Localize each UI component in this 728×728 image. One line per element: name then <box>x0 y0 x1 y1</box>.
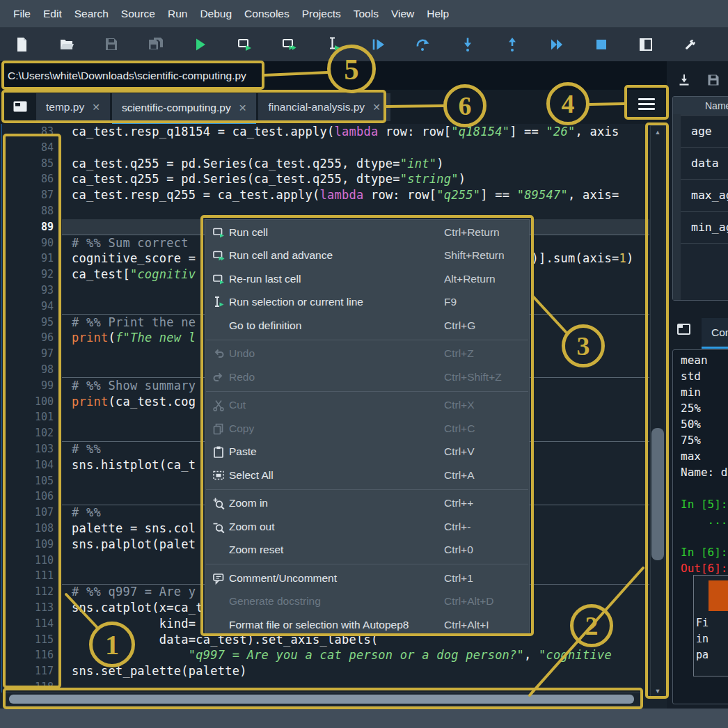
variable-explorer: Name agedatamax_agemin_age <box>672 96 728 301</box>
menu-run[interactable]: Run <box>161 0 193 28</box>
open-file-button[interactable] <box>45 29 89 60</box>
menu-item-redo[interactable]: RedoCtrl+Shift+Z <box>205 365 529 389</box>
menu-edit[interactable]: Edit <box>37 0 68 28</box>
run-file-button[interactable] <box>178 29 223 60</box>
line-number: 84 <box>2 140 54 156</box>
step-over-button[interactable] <box>401 29 445 60</box>
menu-item-generate-docstring[interactable]: Generate docstringCtrl+Alt+D <box>205 590 529 614</box>
horizontal-scrollbar-thumb[interactable] <box>9 695 634 704</box>
browse-tabs-button[interactable] <box>8 95 32 118</box>
zoom-out-icon <box>209 519 228 535</box>
continue-execution-button[interactable] <box>535 29 579 60</box>
preferences-button[interactable] <box>668 29 713 60</box>
editor-options-button[interactable] <box>628 89 665 118</box>
tab-financial-analysis.py[interactable]: financial-analysis.py✕ <box>258 93 390 121</box>
menu-item-label: Redo <box>229 371 255 383</box>
line-number: 89 <box>2 219 54 235</box>
code-token: sns.palplot(palet <box>72 537 196 551</box>
tab-close-icon[interactable]: ✕ <box>239 102 247 113</box>
variable-table-header[interactable]: Name <box>673 97 728 116</box>
menu-item-shortcut: Ctrl+Shift+Z <box>444 371 502 383</box>
console-line: 50% <box>681 416 728 432</box>
menu-separator <box>205 487 529 492</box>
code-token: "int" <box>400 157 436 171</box>
no-icon <box>209 542 228 557</box>
console-tab[interactable]: Con <box>702 318 728 349</box>
menu-item-copy[interactable]: CopyCtrl+C <box>205 417 529 441</box>
copy-icon <box>209 421 228 436</box>
new-file-button[interactable] <box>0 29 45 60</box>
menu-file[interactable]: File <box>7 0 37 28</box>
menu-item-label: Run cell and advance <box>229 249 333 262</box>
open-file-icon <box>58 36 75 53</box>
save-data-button[interactable] <box>699 73 728 87</box>
path-bar[interactable]: C:\Users\white\Downloads\scientific-comp… <box>0 61 667 90</box>
save-all-button[interactable] <box>134 29 178 60</box>
rerun-cell-icon <box>209 271 228 287</box>
editor-tabs: temp.py✕scientific-computing.py✕financia… <box>36 93 393 124</box>
menu-tools[interactable]: Tools <box>347 0 385 28</box>
debug-file-button[interactable] <box>356 29 401 60</box>
menu-item-run-cell[interactable]: Run cellCtrl+Return <box>205 221 529 244</box>
menu-item-comment-uncomment[interactable]: Comment/UncommentCtrl+1 <box>205 567 529 590</box>
run-cell-button[interactable] <box>223 29 267 60</box>
palette-plot-thumbnail <box>709 580 728 611</box>
run-cell-and-advance-button[interactable] <box>267 29 312 60</box>
console-pane-button[interactable] <box>676 322 692 339</box>
menu-item-run-selection-or-current-line[interactable]: Run selection or current lineF9 <box>205 291 529 315</box>
menu-view[interactable]: View <box>385 0 420 28</box>
menu-source[interactable]: Source <box>115 0 161 28</box>
step-into-button[interactable] <box>445 29 490 60</box>
code-token: cognitive_score = <box>72 251 203 265</box>
menu-item-go-to-definition[interactable]: Go to definitionCtrl+G <box>205 314 529 338</box>
run-selection-button[interactable] <box>312 29 356 60</box>
menu-item-paste[interactable]: PasteCtrl+V <box>205 441 529 464</box>
vertical-scrollbar-thumb[interactable] <box>651 428 664 560</box>
figure-caption-line: in <box>696 633 728 645</box>
line-number: 104 <box>2 457 54 473</box>
variable-row-age[interactable]: age <box>673 116 728 148</box>
code-token: # %% Print the ne <box>72 315 196 329</box>
line-number: 109 <box>2 537 54 553</box>
menu-item-zoom-reset[interactable]: Zoom resetCtrl+0 <box>205 539 529 562</box>
variable-row-min_age[interactable]: min_age <box>673 212 728 244</box>
code-token: ) <box>626 251 634 265</box>
vertical-scrollbar[interactable] <box>650 125 665 697</box>
menu-item-select-all[interactable]: Select AllCtrl+A <box>205 464 529 487</box>
menu-item-zoom-in[interactable]: Zoom inCtrl++ <box>205 492 529 516</box>
console-line: 75% <box>681 432 728 448</box>
menu-help[interactable]: Help <box>420 0 455 28</box>
step-out-button[interactable] <box>490 29 535 60</box>
tab-temp.py[interactable]: temp.py✕ <box>36 93 110 121</box>
line-number: 108 <box>2 521 54 537</box>
menu-item-undo[interactable]: UndoCtrl+Z <box>205 342 529 366</box>
save-button[interactable] <box>89 29 134 60</box>
menu-projects[interactable]: Projects <box>296 0 347 28</box>
line-number: 86 <box>2 171 54 187</box>
menu-item-zoom-out[interactable]: Zoom outCtrl+- <box>205 515 529 539</box>
line-number: 115 <box>2 632 54 648</box>
line-number: 93 <box>2 283 54 299</box>
menu-item-shortcut: Ctrl+G <box>444 319 475 332</box>
menu-search[interactable]: Search <box>68 0 115 28</box>
menu-item-run-cell-and-advance[interactable]: Run cell and advanceShift+Return <box>205 244 529 268</box>
tab-close-icon[interactable]: ✕ <box>92 102 100 113</box>
code-token: row: row[ <box>363 188 436 202</box>
stop-button[interactable] <box>579 29 624 60</box>
scroll-up-arrow[interactable]: ▲ <box>650 129 665 136</box>
menu-debug[interactable]: Debug <box>193 0 238 28</box>
tab-close-icon[interactable]: ✕ <box>372 102 381 113</box>
import-data-button[interactable] <box>670 73 699 87</box>
code-token: ] == <box>509 125 546 139</box>
variable-row-data[interactable]: data <box>673 148 728 180</box>
variable-row-max_age[interactable]: max_age <box>673 180 728 212</box>
tab-scientific-computing.py[interactable]: scientific-computing.py✕ <box>112 93 257 124</box>
menu-item-cut[interactable]: CutCtrl+X <box>205 394 529 418</box>
menu-consoles[interactable]: Consoles <box>238 0 296 28</box>
scroll-down-arrow[interactable]: ▼ <box>650 688 665 695</box>
menu-item-format-file-or-selection-with-autopep8[interactable]: Format file or selection with Autopep8Ct… <box>205 613 529 637</box>
menu-item-shortcut: Ctrl+1 <box>444 572 473 585</box>
save-icon <box>103 36 120 53</box>
menu-item-re-run-last-cell[interactable]: Re-run last cellAlt+Return <box>205 267 529 291</box>
maximize-pane-button[interactable] <box>624 29 668 60</box>
